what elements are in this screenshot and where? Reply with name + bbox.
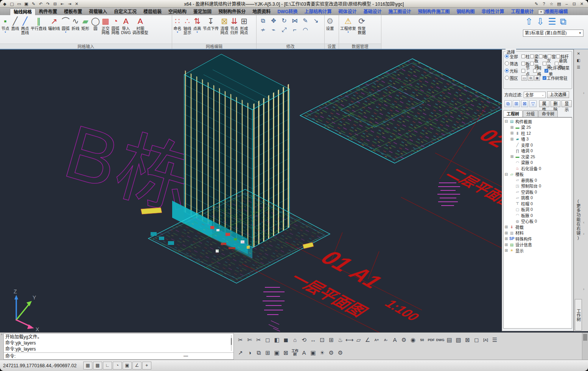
ribbon-tab[interactable]: 地质资料: [249, 8, 274, 15]
lengthen-icon[interactable]: ⤢: [280, 26, 288, 34]
panel-menu-icon[interactable]: ☰: [576, 64, 582, 70]
measure-distance-icon[interactable]: ⟷: [345, 335, 354, 345]
import-icon[interactable]: ⇤: [59, 1, 65, 7]
tree-item[interactable]: ∏ 墙洞 0: [504, 148, 572, 154]
radio-region[interactable]: 围区: [505, 75, 521, 81]
ribbon-tab[interactable]: DWG转换: [274, 8, 301, 15]
expand-right-icon[interactable]: ›: [583, 232, 584, 236]
settings-wrench-icon[interactable]: ⚙: [400, 335, 408, 345]
floor-stack-icon[interactable]: ☰: [548, 17, 556, 26]
home-view-icon[interactable]: ⌂: [291, 335, 299, 345]
palette-action-button[interactable]: 删除: [551, 100, 561, 107]
measure-angle-icon[interactable]: ∠: [363, 335, 372, 345]
ribbon-item[interactable]: ↧ 节点下传: [202, 16, 219, 34]
restore-icon[interactable]: ⊡: [571, 1, 577, 7]
tree-item[interactable]: ▢ 板洞 0: [504, 207, 572, 213]
ribbon-item[interactable]: ⚙ 设置: [325, 16, 335, 31]
radio-filter[interactable]: 筛选: [505, 61, 521, 67]
export-pdf-icon[interactable]: PDF: [427, 335, 436, 345]
ribbon-item[interactable]: ∴ 轴线 显示: [182, 16, 192, 38]
ribbon-tab[interactable]: 楼层组装: [140, 8, 165, 15]
mirror-icon[interactable]: ⋈: [291, 17, 299, 25]
open-file-icon[interactable]: ▭: [16, 1, 22, 7]
ribbon-item[interactable]: ▪ 节点 ▾: [0, 16, 10, 34]
tree-item[interactable]: ⊞ ▮ 柱 12: [504, 130, 572, 136]
copy-icon[interactable]: ⧉: [259, 17, 267, 25]
text-zoom-in-icon[interactable]: A+: [372, 335, 381, 345]
zoom-extents-icon[interactable]: ⊡: [318, 335, 327, 345]
filter-funnel-icon[interactable]: ▽: [529, 100, 537, 107]
tree-item[interactable]: ⊞ ▬ 梁 25: [504, 125, 572, 131]
expand-icon[interactable]: ⊟: [504, 119, 508, 123]
palette-action-button[interactable]: 属性: [539, 100, 549, 107]
select-save-icon[interactable]: ⊠: [521, 100, 528, 107]
tree-item[interactable]: ⊞ SP 特殊构件: [504, 236, 572, 242]
export-dwg-icon[interactable]: DWG: [436, 335, 445, 345]
delete-filter-icon[interactable]: ⊠: [463, 335, 472, 345]
tree-item[interactable]: ⊟ ▱ 楼板: [504, 171, 572, 178]
ribbon-tab[interactable]: 非线性计算: [478, 8, 508, 15]
palette-tab[interactable]: 分组: [523, 110, 538, 117]
palette-tab[interactable]: 命令树: [538, 110, 558, 117]
ribbon-collapse-button[interactable]: ▾: [538, 9, 544, 14]
measure-ruler-icon[interactable]: ▱: [354, 335, 363, 345]
ribbon-item[interactable]: ∿ 折线: [71, 16, 81, 34]
command-scrollbar[interactable]: [231, 335, 232, 351]
ribbon-tab[interactable]: 楼板布置: [61, 8, 86, 15]
palette-tab[interactable]: 工程树: [503, 110, 523, 117]
ribbon-tab[interactable]: 自定义工况: [110, 8, 140, 15]
worktree-dock-tab[interactable]: 工作树: [575, 299, 582, 331]
plot-settings-icon[interactable]: ⚙: [327, 348, 336, 358]
expand-icon[interactable]: ⊞: [510, 131, 514, 135]
plot-settings-2-icon[interactable]: ⚙: [336, 348, 345, 358]
building-display-icon[interactable]: ▤: [445, 335, 454, 345]
break-line-icon[interactable]: ≁: [259, 26, 267, 34]
select-prompt-icon[interactable]: ◻: [472, 335, 481, 345]
direction-filter-select[interactable]: 全部⌄: [524, 92, 546, 98]
dwg-model-export-icon[interactable]: A: [300, 348, 308, 358]
paste-doc-icon[interactable]: ⊞: [263, 348, 272, 358]
ribbon-item[interactable]: ∥ 平行直线: [30, 16, 47, 34]
window-mode-icon[interactable]: ⧉: [528, 75, 534, 81]
osnap-toggle[interactable]: ▣: [123, 362, 132, 369]
tree-item[interactable]: ⊞ ▤ 设计信息: [504, 242, 572, 248]
tree-item[interactable]: ▱ 悬挑板 0: [504, 177, 572, 183]
pick-mode-icon[interactable]: ▭: [521, 75, 527, 81]
tree-item[interactable]: ▱ 挑檐 0: [504, 195, 572, 201]
ribbon-item[interactable]: ╱ 两点 直线: [20, 16, 30, 38]
render-icon[interactable]: ♨: [336, 335, 345, 345]
snapshot-icon[interactable]: ◉: [409, 335, 417, 345]
ribbon-item[interactable]: ⊞ 形成 网点: [239, 16, 249, 38]
fillet-icon[interactable]: ⌐: [291, 26, 299, 34]
solid-view-icon[interactable]: ◼: [282, 335, 290, 345]
ribbon-tab[interactable]: 砌体设计: [335, 8, 360, 15]
floor-up-icon[interactable]: ⇧: [525, 17, 533, 26]
move-icon[interactable]: ✥: [269, 17, 278, 25]
tree-item[interactable]: ⊟ ▤ 构件截面: [504, 118, 572, 125]
brightness-icon[interactable]: ☀: [318, 348, 327, 358]
radio-cursor[interactable]: 光标: [505, 68, 521, 74]
image-export-icon[interactable]: ▣: [309, 348, 317, 358]
polar-toggle[interactable]: ◔: [113, 362, 122, 369]
new-file-icon[interactable]: ▢: [9, 1, 15, 7]
print-icon[interactable]: ⊟: [52, 1, 58, 7]
close-panel-icon[interactable]: ✕: [576, 51, 582, 56]
tree-item[interactable]: ▱ 空调板 0: [504, 189, 572, 195]
ribbon-item[interactable]: ╱ 直线: [10, 16, 20, 34]
export-section-icon[interactable]: ↗: [236, 348, 245, 358]
tree-item[interactable]: ♨ 石化设备 0: [504, 165, 572, 171]
canvas-scrollbar[interactable]: [582, 333, 588, 360]
ribbon-tab[interactable]: 预制构件拆分: [215, 8, 249, 15]
clip-top-icon[interactable]: ✂: [236, 335, 245, 345]
component-paint-icon[interactable]: ▧: [454, 335, 463, 345]
text-zoom-out-icon[interactable]: A-: [381, 335, 390, 345]
minimize-icon[interactable]: –: [563, 1, 570, 7]
ribbon-tab[interactable]: 空间结构: [165, 8, 190, 15]
angle-50-icon[interactable]: 50: [418, 335, 426, 345]
ribbon-tab[interactable]: 上部结构计算: [301, 8, 335, 15]
ribbon-tab[interactable]: 钢结构图: [453, 8, 478, 15]
select-new-icon[interactable]: ⧉: [504, 100, 512, 107]
ribbon-tab[interactable]: 基础设计: [360, 8, 385, 15]
select-add-icon[interactable]: ⊞: [513, 100, 520, 107]
color-settings-icon[interactable]: ◑: [245, 348, 254, 358]
